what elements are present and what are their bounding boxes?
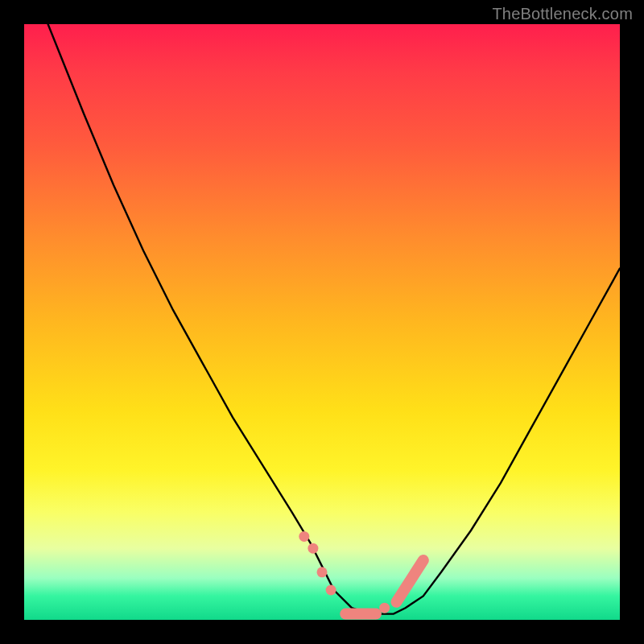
pink-pill-right xyxy=(397,560,423,602)
markers-group xyxy=(299,531,423,620)
pink-dots-left xyxy=(326,585,336,596)
pink-pill-bottom xyxy=(340,609,382,620)
pink-dots-left xyxy=(308,543,318,554)
bottleneck-curve xyxy=(48,24,620,614)
chart-frame: TheBottleneck.com xyxy=(0,0,644,644)
watermark-text: TheBottleneck.com xyxy=(492,5,633,23)
plot-area xyxy=(24,24,620,620)
pink-dots-left xyxy=(299,531,309,542)
pink-dots-left xyxy=(317,567,328,577)
curve-layer xyxy=(24,24,620,620)
